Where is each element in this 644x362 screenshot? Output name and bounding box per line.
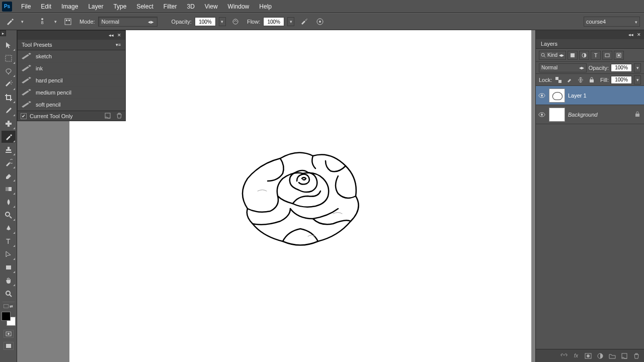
filter-adjust-icon[interactable] [579,51,589,60]
menu-edit[interactable]: Edit [36,1,56,12]
brush-icon [21,52,33,60]
flow-input[interactable]: 100% [263,17,284,26]
filter-kind-select[interactable]: Kind◂▸ [539,51,566,60]
close-icon[interactable]: ✕ [116,32,122,38]
pressure-opacity-icon[interactable] [229,15,242,28]
preset-hard-pencil[interactable]: hard pencil [18,74,125,86]
layers-tab[interactable]: Layers [536,39,644,49]
preset-medium-pencil[interactable]: medium pencil [18,86,125,99]
visibility-icon[interactable] [538,93,546,98]
layers-blend-row: Normal◂▸ Opacity: 100% [536,62,644,74]
layer-row-background[interactable]: Background [536,105,644,124]
delete-preset-icon[interactable] [116,113,122,120]
brush-preview[interactable]: 8 [35,18,49,25]
close-icon[interactable]: ✕ [636,32,642,38]
lock-transparency-icon[interactable] [554,76,563,84]
color-swatches[interactable] [2,312,16,326]
type-tool[interactable]: T [2,235,16,247]
menu-view[interactable]: View [200,1,223,12]
rectangle-tool[interactable] [2,261,16,274]
expand-panels-icon[interactable]: ▸ [0,30,6,36]
flow-slider[interactable] [287,17,294,26]
preset-soft-pencil[interactable]: soft pencil [18,99,125,111]
menu-filter[interactable]: Filter [158,1,182,12]
panel-menu-icon[interactable]: ▾≡ [115,42,121,48]
tool-preset-icon[interactable] [4,16,16,28]
adjustment-layer-icon[interactable] [595,351,606,360]
foreground-color[interactable] [2,312,11,321]
menu-help[interactable]: Help [254,1,277,12]
healing-tool[interactable] [2,118,16,130]
layer-row-layer1[interactable]: Layer 1 [536,86,644,105]
lock-all-icon[interactable] [587,76,596,84]
blend-mode-select[interactable]: Normal◂▸ [98,17,157,27]
opacity-input[interactable]: 100% [195,17,216,26]
delete-layer-icon[interactable] [631,351,642,360]
brush-size-dropdown[interactable] [52,19,58,24]
current-tool-only-checkbox[interactable]: ✔ [21,113,27,119]
menu-image[interactable]: Image [56,1,83,12]
brush-panel-toggle[interactable] [61,15,74,28]
menu-layer[interactable]: Layer [83,1,108,12]
pen-tool[interactable] [2,222,16,234]
filter-shape-icon[interactable] [602,51,612,60]
menu-3d[interactable]: 3D [182,1,199,12]
path-select-tool[interactable] [2,248,16,260]
link-layers-icon[interactable] [558,351,570,360]
opacity-slider[interactable] [219,17,226,26]
filter-type-icon[interactable]: T [591,51,601,60]
menu-file[interactable]: File [16,1,36,12]
filter-pixel-icon[interactable] [568,51,578,60]
lock-position-icon[interactable] [576,76,585,84]
preset-sketch[interactable]: sketch [18,50,125,62]
collapse-icon[interactable]: ◂◂ [108,32,114,38]
new-preset-icon[interactable] [104,113,111,120]
presets-panel-header: ◂◂ ✕ [18,31,125,40]
fill-input[interactable]: 100% [611,76,632,84]
pressure-size-icon[interactable] [313,15,327,28]
new-layer-icon[interactable] [619,351,630,360]
move-tool[interactable] [2,39,16,51]
menu-type[interactable]: Type [108,1,131,12]
layer-opacity-input[interactable]: 100% [611,64,632,72]
visibility-icon[interactable] [538,112,546,117]
new-group-icon[interactable] [607,351,618,360]
wand-tool[interactable] [2,78,16,90]
layer-name: Layer 1 [568,93,587,99]
menu-select[interactable]: Select [131,1,158,12]
eyedropper-tool[interactable] [2,105,16,117]
filter-smart-icon[interactable] [614,51,624,60]
preset-ink[interactable]: ink [18,62,125,74]
airbrush-icon[interactable] [297,15,310,28]
tool-preset-dropdown[interactable] [19,19,25,24]
lasso-tool[interactable] [2,65,16,77]
zoom-tool[interactable] [2,288,16,300]
layer-opacity-slider[interactable] [634,63,641,72]
blur-tool[interactable] [2,196,16,208]
gradient-tool[interactable] [2,183,16,195]
layers-panel: ◂◂ ✕ Layers Kind◂▸ T Normal◂▸ Opacity: 1… [535,30,644,362]
marquee-tool[interactable] [2,52,16,64]
crop-tool[interactable] [2,92,16,104]
svg-point-13 [6,212,10,216]
collapse-icon[interactable]: ◂◂ [628,32,634,38]
fill-slider[interactable] [634,75,641,84]
menu-window[interactable]: Window [223,1,255,12]
history-brush-tool[interactable] [2,157,16,169]
layer-blend-select[interactable]: Normal◂▸ [539,63,587,72]
hand-tool[interactable] [2,275,16,287]
svg-rect-22 [105,113,110,118]
lock-pixels-icon[interactable] [565,76,574,84]
current-tool-only-label: Current Tool Only [30,113,72,119]
document-tab[interactable]: course4 [584,17,640,27]
quickmask-toggle[interactable] [4,330,14,338]
svg-point-26 [582,53,586,57]
brush-tool[interactable] [2,131,16,143]
layer-fx-icon[interactable]: fx [571,351,582,360]
screenmode-toggle[interactable] [4,342,14,350]
canvas[interactable] [69,30,531,362]
eraser-tool[interactable] [2,170,16,182]
stamp-tool[interactable] [2,144,16,156]
layer-mask-icon[interactable] [583,351,594,360]
dodge-tool[interactable] [2,209,16,221]
